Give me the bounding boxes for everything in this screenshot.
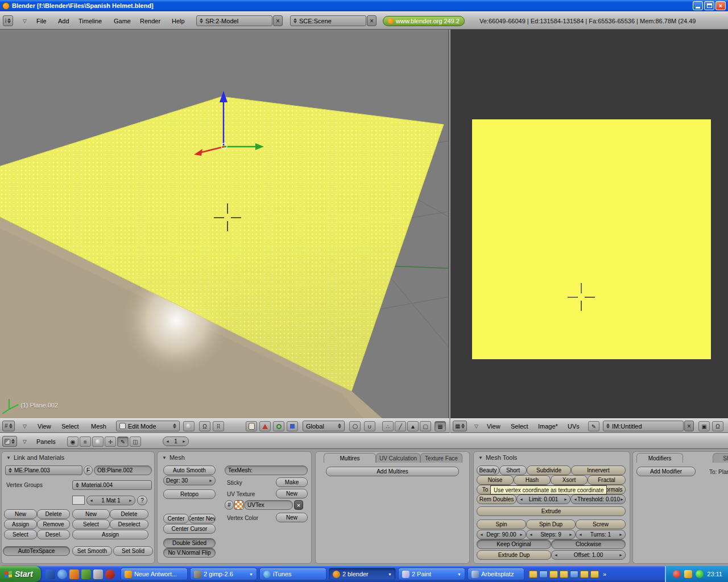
toolbar-folder-icon[interactable] [529,571,537,578]
menu-file[interactable]: File [35,18,48,24]
set-solid-button[interactable]: Set Solid [113,546,153,556]
manipulator-translate-icon[interactable] [259,421,271,431]
toolbar-folder-icon[interactable] [590,571,599,578]
xsort-button[interactable]: Xsort [551,475,588,485]
steps-field[interactable]: ◄ Steps: 9 ► [526,530,576,539]
frame-number-field[interactable]: ◄ 1 ► [163,436,189,446]
toolbar-overflow-chevron[interactable]: » [601,571,609,577]
sticky-make-button[interactable]: Make [276,477,308,487]
task-button-itunes[interactable]: iTunes [259,568,326,580]
screw-button[interactable]: Screw [576,519,626,529]
clockwise-toggle[interactable]: Clockwise [551,539,626,549]
logic-context-icon[interactable]: ◉ [67,436,78,447]
rem-doubles-button[interactable]: Rem Doubles [477,494,516,504]
quick-launch-icon-3[interactable] [69,569,79,579]
vgroup-remove-button[interactable]: Remove [37,519,70,529]
extrude-dup-button[interactable]: Extrude Dup [477,550,551,560]
no-vnormal-flip-toggle[interactable]: No V.Normal Flip [163,548,216,558]
toolbar-folder-icon[interactable] [560,571,568,578]
toolbar-folder-icon[interactable] [580,571,589,578]
auto-smooth-toggle[interactable]: Auto Smooth [163,465,216,475]
tab-multires[interactable]: Multires [324,453,376,463]
start-button[interactable]: Start [0,566,41,582]
proportional-edit-icon[interactable] [349,421,361,431]
keep-original-toggle[interactable]: Keep Original [477,539,551,549]
fake-user-button[interactable]: F [84,465,93,475]
3d-viewport[interactable]: (1) Plane.002 [0,30,449,418]
header-collapse-icon[interactable]: ▽ [23,18,27,24]
material-assign-button[interactable]: Assign [72,530,148,539]
window-type-selector[interactable]: i [3,15,13,26]
close-button[interactable]: × [715,1,726,10]
vgroup-select-button[interactable]: Select [4,530,37,539]
image-datablock-selector[interactable]: IM:Untitled [603,421,684,431]
blender-version-button[interactable]: www.blender.org 249.2 [383,16,465,26]
select-mode-vertex-icon[interactable]: ∴ [382,421,394,431]
material-index-field[interactable]: ◄ 1 Mat 1 ► [86,496,135,505]
uvtex-name-field[interactable]: UVTex [244,500,293,510]
offset-field[interactable]: ◄ Offset: 1.00 ► [551,550,626,560]
shading-context-icon[interactable] [92,436,104,447]
spin-button[interactable]: Spin [477,519,526,529]
menu-image[interactable]: Image* [537,423,559,430]
menu-mesh[interactable]: Mesh [90,423,107,430]
editor-type-selector[interactable] [2,436,17,447]
degr-slider[interactable]: Degr: 30 ► [163,476,216,485]
render-preview-icon[interactable]: ▦ [435,421,446,431]
panel-collapse-icon[interactable]: ▼ [478,455,483,460]
quick-launch-icon-1[interactable] [46,569,55,579]
task-button-arbeitsplatz[interactable]: Arbeitsplatz [468,568,524,580]
menu-select[interactable]: Select [510,423,530,430]
subdivide-button[interactable]: Subdivide [527,465,571,475]
panel-collapse-icon[interactable]: ▼ [6,455,11,460]
task-button-blender[interactable]: 2 blender ▼ [329,568,396,580]
uvtex-delete-button[interactable]: × [294,500,303,510]
threshold-field[interactable]: ◄ Threshold: 0.010 ► [570,494,626,504]
set-smooth-button[interactable]: Set Smooth [72,546,112,556]
quick-launch-icon-5[interactable] [93,569,103,579]
tray-icon-3[interactable] [696,570,704,578]
innervert-button[interactable]: Innervert [571,465,626,475]
scene-selector[interactable]: SCE:Scene [290,15,366,26]
center-button[interactable]: Center [163,514,189,523]
toolbar-icon[interactable] [539,571,548,578]
uv-texture-new-button[interactable]: New [276,489,308,498]
quick-launch-icon-2[interactable] [57,569,67,579]
spin-dup-button[interactable]: Spin Dup [526,519,576,529]
material-color-swatch[interactable] [72,496,85,505]
tab-shapes[interactable]: Shap [713,453,728,463]
vgroup-assign-button[interactable]: Assign [4,519,37,529]
menu-view[interactable]: View [486,423,502,430]
image-paint-icon[interactable]: ▣ [698,421,710,431]
center-new-button[interactable]: Center New [189,514,216,523]
autotexspace-toggle[interactable]: AutoTexSpace [3,546,70,556]
transform-orientation-selector[interactable]: Global [303,421,345,431]
tab-uv-calculation[interactable]: UV Calculation [376,453,420,463]
add-modifier-button[interactable]: Add Modifier [636,467,696,476]
layers-grid-icon[interactable]: ⠿ [213,421,224,431]
image-clear-button[interactable]: × [684,421,694,431]
panel-collapse-icon[interactable]: ▼ [162,455,167,460]
menu-game[interactable]: Game [113,18,132,24]
menu-add[interactable]: Add [57,18,71,24]
header-collapse-icon[interactable]: ▽ [23,439,27,444]
mesh-datablock-selector[interactable]: ME:Plane.003 [5,465,82,475]
panels-menu[interactable]: Panels [35,438,57,445]
hash-button[interactable]: Hash [514,475,551,485]
header-collapse-icon[interactable]: ▽ [474,423,478,429]
fractal-button[interactable]: Fractal [588,475,626,485]
task-button-paint[interactable]: 2 Paint ▼ [398,568,465,580]
center-cursor-button[interactable]: Center Cursor [163,524,216,534]
menu-help[interactable]: Help [171,18,186,24]
limit-field[interactable]: ◄ Limit: 0.001 ► [516,494,570,504]
toolbar-folder-icon[interactable] [549,571,558,578]
material-help-button[interactable]: ? [137,496,147,505]
header-collapse-icon[interactable]: ▽ [23,423,27,429]
object-name-field[interactable]: OB:Plane.002 [94,465,152,475]
task-button-gimp[interactable]: 2 gimp-2.6 ▼ [190,568,257,580]
tab-texture-face[interactable]: Texture Face [420,453,462,463]
update-automatically-icon[interactable]: Ω [712,421,723,431]
scene-context-icon[interactable]: ◫ [130,436,141,447]
noise-button[interactable]: Noise [477,475,514,485]
editor-type-selector[interactable]: # [2,421,15,431]
